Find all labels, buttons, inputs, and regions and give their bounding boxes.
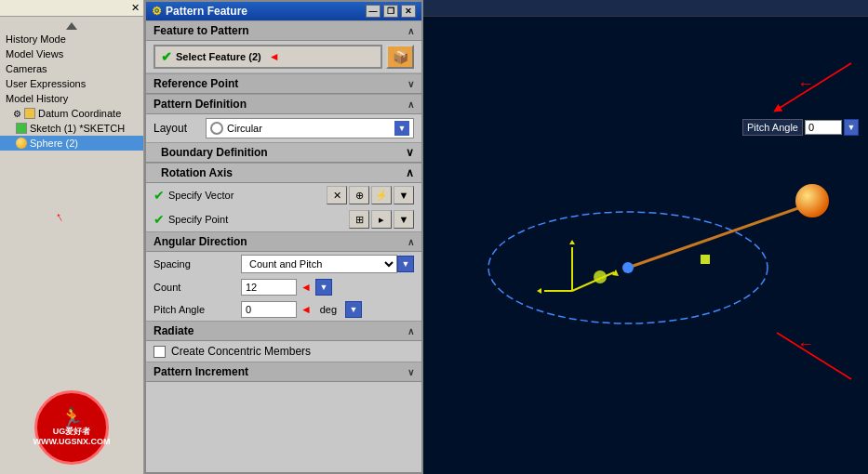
svg-rect-5: [701, 255, 710, 264]
pitch-angle-float-spin[interactable]: ▼: [844, 119, 859, 136]
specify-point-btn3[interactable]: ▼: [394, 210, 414, 229]
sidebar-item-user-expressions[interactable]: User Expressions: [0, 76, 143, 91]
svg-point-4: [622, 262, 634, 273]
dialog-title: Pattern Feature: [166, 5, 247, 18]
datum-icon: [24, 108, 35, 119]
angular-direction-label: Angular Direction: [154, 235, 247, 248]
pitch-red-arrow: ◄: [300, 303, 312, 316]
pitch-angle-row: Pitch Angle ◄ deg ▼: [146, 298, 421, 321]
specify-vector-row: ✔ Specify Vector ✕ ⊕ ⚡ ▼: [146, 183, 421, 207]
sphere-icon: [16, 138, 27, 149]
spacing-label: Spacing: [154, 258, 237, 270]
specify-point-label: Specify Point: [168, 214, 252, 225]
dialog-restore-btn[interactable]: ❐: [383, 5, 398, 18]
layout-value: Circular: [227, 123, 262, 134]
sidebar-item-cameras[interactable]: Cameras: [0, 61, 143, 76]
feature-to-pattern-header[interactable]: Feature to Pattern ∧: [146, 20, 421, 41]
specify-vector-icons: ✕ ⊕ ⚡ ▼: [327, 186, 414, 204]
sidebar-item-sphere[interactable]: Sphere (2): [0, 136, 143, 151]
sidebar-close-btn[interactable]: ✕: [131, 2, 140, 14]
radiate-label: Radiate: [154, 324, 194, 337]
spacing-dropdown-btn[interactable]: ▼: [397, 256, 414, 272]
pattern-increment-header[interactable]: Pattern Increment ∨: [146, 362, 421, 382]
specify-vector-btn1[interactable]: ✕: [327, 186, 347, 204]
feature-to-pattern-chevron: ∧: [407, 26, 414, 36]
viewport-red-arrow-top: ←: [797, 74, 814, 94]
logo-area: 🏃 UG爱好者 WWW.UGSNX.COM: [34, 390, 109, 465]
specify-point-btn1[interactable]: ⊞: [349, 210, 369, 229]
specify-vector-btn4[interactable]: ▼: [394, 186, 414, 204]
select-feature-check: ✔: [161, 49, 172, 64]
boundary-definition-header[interactable]: Boundary Definition ∨: [146, 142, 421, 163]
red-arrow-sphere: ↑: [52, 208, 65, 224]
specify-point-btn2[interactable]: ▸: [371, 210, 392, 229]
dialog-minimize-btn[interactable]: —: [366, 5, 381, 18]
layout-dropdown-arrow[interactable]: ▼: [394, 121, 409, 136]
spacing-select-wrapper: Count and Pitch ▼: [241, 255, 414, 273]
feature-icon-btn[interactable]: 📦: [386, 45, 414, 69]
select-feature-label: Select Feature (2): [176, 51, 261, 62]
layout-select[interactable]: Circular ▼: [206, 118, 414, 138]
sketch-icon: [16, 123, 27, 134]
feature-to-pattern-content: ✔ Select Feature (2) ◄ 📦: [146, 41, 421, 73]
dialog-gear-icon: ⚙: [152, 5, 162, 18]
boundary-definition-chevron: ∨: [406, 146, 414, 159]
specify-vector-label: Specify Vector: [168, 190, 252, 201]
sidebar-top-bar: ✕: [0, 0, 143, 17]
select-feature-button[interactable]: ✔ Select Feature (2) ◄: [154, 45, 382, 69]
circular-icon: [210, 122, 223, 135]
sidebar: ✕ History Mode Model Views Cameras User …: [0, 0, 144, 474]
3d-viewport: Pitch Angle ▼ ← ←: [423, 0, 868, 474]
dialog-titlebar-controls: — ❐ ✕: [366, 5, 416, 18]
red-arrow-feature: ◄: [269, 50, 280, 63]
spacing-row: Spacing Count and Pitch ▼: [146, 252, 421, 276]
boundary-definition-label: Boundary Definition: [161, 146, 268, 159]
create-concentric-checkbox[interactable]: [154, 346, 166, 358]
specify-vector-btn3[interactable]: ⚡: [371, 186, 392, 204]
layout-row: Layout Circular ▼: [146, 114, 421, 142]
sidebar-item-datum[interactable]: ⚙ Datum Coordinate: [0, 106, 143, 121]
pitch-angle-input[interactable]: [241, 301, 297, 318]
specify-vector-check: ✔: [154, 188, 165, 203]
count-input[interactable]: [241, 279, 297, 296]
rotation-axis-header[interactable]: Rotation Axis ∧: [146, 163, 421, 183]
pitch-angle-float: Pitch Angle ▼: [742, 119, 859, 136]
pattern-definition-header[interactable]: Pattern Definition ∧: [146, 94, 421, 114]
angular-direction-content: Spacing Count and Pitch ▼ Count ◄ ▼ Pitc…: [146, 252, 421, 321]
pattern-increment-chevron: ∨: [407, 367, 414, 377]
sidebar-item-history-mode[interactable]: History Mode: [0, 32, 143, 46]
spacing-select[interactable]: Count and Pitch: [241, 255, 397, 273]
sidebar-item-model-history[interactable]: Model History: [0, 91, 143, 106]
radiate-chevron: ∧: [407, 326, 414, 336]
dialog-titlebar: ⚙ Pattern Feature — ❐ ✕: [146, 2, 421, 20]
reference-point-label: Reference Point: [154, 77, 238, 90]
dialog-close-btn[interactable]: ✕: [401, 5, 416, 18]
radiate-header[interactable]: Radiate ∧: [146, 321, 421, 341]
pitch-angle-label: Pitch Angle: [154, 304, 237, 315]
angular-direction-chevron: ∧: [407, 237, 414, 247]
svg-point-6: [795, 184, 829, 217]
count-label: Count: [154, 282, 237, 293]
radiate-content: Create Concentric Members: [146, 341, 421, 362]
rotation-axis-chevron: ∧: [406, 166, 414, 179]
pitch-angle-float-input[interactable]: [805, 120, 842, 135]
count-spin-btn[interactable]: ▼: [315, 279, 332, 296]
viewport-red-arrow-bottom: ←: [797, 335, 814, 354]
specify-vector-btn2[interactable]: ⊕: [349, 186, 369, 204]
pitch-unit: deg: [315, 304, 341, 315]
sidebar-item-sketch[interactable]: Sketch (1) *SKETCH: [0, 121, 143, 136]
layout-label: Layout: [154, 122, 200, 135]
pitch-angle-float-label: Pitch Angle: [742, 119, 803, 136]
feature-to-pattern-label: Feature to Pattern: [154, 24, 249, 37]
count-red-arrow: ◄: [300, 281, 312, 294]
feature-icon: 📦: [393, 49, 408, 64]
reference-point-header[interactable]: Reference Point ∨: [146, 73, 421, 94]
sidebar-collapse-icon: [66, 22, 77, 30]
specify-point-row: ✔ Specify Point ⊞ ▸ ▼: [146, 207, 421, 231]
pitch-spin-btn[interactable]: ▼: [345, 301, 362, 318]
sidebar-item-model-views[interactable]: Model Views: [0, 46, 143, 61]
pattern-feature-dialog: ⚙ Pattern Feature — ❐ ✕ Feature to Patte…: [144, 0, 423, 474]
rotation-axis-label: Rotation Axis: [161, 166, 233, 179]
specify-point-icons: ⊞ ▸ ▼: [349, 210, 414, 229]
angular-direction-header[interactable]: Angular Direction ∧: [146, 231, 421, 252]
